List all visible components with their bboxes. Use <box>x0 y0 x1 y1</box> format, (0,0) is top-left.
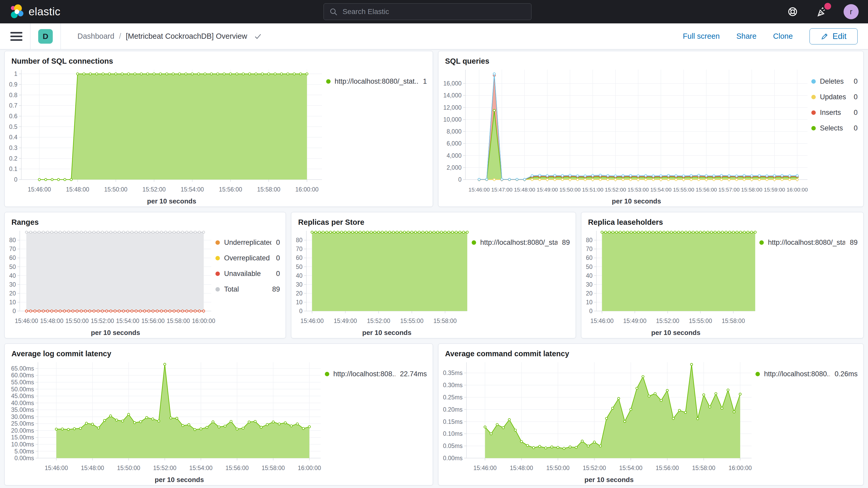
top-bar: elastic <box>0 0 868 23</box>
svg-text:per 10 seconds: per 10 seconds <box>584 476 633 484</box>
legend-value: 1 <box>418 77 427 86</box>
legend-color-dot <box>215 256 220 261</box>
search-icon <box>329 7 338 17</box>
chart-legend: Deletes0Updates0Inserts0Selects0 <box>811 66 863 207</box>
svg-text:15:54:00: 15:54:00 <box>116 317 140 324</box>
svg-text:15:58:00: 15:58:00 <box>722 317 745 324</box>
help-icon <box>787 6 799 18</box>
app-badge-letter: D <box>42 32 48 41</box>
svg-text:15:52:00: 15:52:00 <box>91 317 114 324</box>
chart-canvas-ranges[interactable]: 8070605040302010015:46:0015:48:0015:50:0… <box>5 227 215 338</box>
svg-text:0.00ms: 0.00ms <box>443 455 462 461</box>
legend-item[interactable]: Inserts0 <box>811 108 858 117</box>
svg-text:15:48:00: 15:48:00 <box>81 465 104 471</box>
chart-legend: http://localhost:808...22.74ms <box>325 359 433 485</box>
svg-text:per 10 seconds: per 10 seconds <box>612 197 661 205</box>
panel-ranges: Ranges 8070605040302010015:46:0015:48:00… <box>4 212 286 338</box>
svg-text:15:52:00: 15:52:00 <box>367 317 390 324</box>
svg-text:15:46:00: 15:46:00 <box>590 317 614 324</box>
chart-canvas-leaseholders[interactable]: 8070605040302010015:46:0015:49:0015:52:0… <box>581 227 760 338</box>
svg-text:0.15ms: 0.15ms <box>443 418 462 425</box>
chart-legend: Underreplicated0Overreplicated0Unavailab… <box>215 227 286 338</box>
svg-text:15:55:00: 15:55:00 <box>400 317 424 324</box>
legend-item[interactable]: Underreplicated0 <box>215 238 280 247</box>
chart-canvas-sql-connections[interactable]: 10.90.80.70.60.50.40.30.20.1015:46:0015:… <box>5 66 326 207</box>
svg-text:45.00ms: 45.00ms <box>11 393 34 399</box>
user-avatar[interactable]: r <box>844 4 859 19</box>
panel-title: Replica leaseholders <box>581 212 863 227</box>
legend-item[interactable]: Selects0 <box>811 124 858 132</box>
legend-item[interactable]: Updates0 <box>811 92 858 101</box>
legend-item[interactable]: http://localhost:8080/_sta...89 <box>472 238 570 247</box>
breadcrumb-dashboard-link[interactable]: Dashboard <box>78 32 114 40</box>
svg-text:15:57:00: 15:57:00 <box>718 187 740 192</box>
breadcrumb: Dashboard / [Metricbeat CockroachDB] Ove… <box>78 32 262 41</box>
svg-text:10: 10 <box>296 299 303 306</box>
newsfeed-button[interactable] <box>814 4 829 19</box>
help-button[interactable] <box>785 4 800 19</box>
svg-text:4,000: 4,000 <box>446 152 462 159</box>
legend-item[interactable]: http://localhost:8080/_stat...1 <box>326 77 427 86</box>
svg-text:20: 20 <box>296 290 303 297</box>
chart-canvas-replicas[interactable]: 8070605040302010015:46:0015:49:0015:52:0… <box>291 227 471 338</box>
legend-label: Overreplicated <box>224 254 270 263</box>
legend-item[interactable]: http://localhost:8080/_sta...89 <box>760 238 858 247</box>
svg-text:50.00ms: 50.00ms <box>11 386 34 393</box>
dashboard-app-badge[interactable]: D <box>38 29 53 44</box>
svg-text:15:56:00: 15:56:00 <box>655 465 679 471</box>
svg-text:0.25ms: 0.25ms <box>443 394 462 401</box>
svg-text:per 10 seconds: per 10 seconds <box>651 329 701 336</box>
legend-item[interactable]: Deletes0 <box>811 77 858 86</box>
chart-canvas-sql-queries[interactable]: 16,00014,00012,00010,0008,0006,0004,0002… <box>438 66 812 207</box>
svg-text:16:00:00: 16:00:00 <box>728 465 752 471</box>
menu-button[interactable] <box>10 32 22 41</box>
dashboard-content: Number of SQL connections 10.90.80.70.60… <box>0 49 868 485</box>
title-check-icon[interactable] <box>253 32 262 41</box>
svg-text:15:50:00: 15:50:00 <box>117 465 140 471</box>
legend-value: 0 <box>271 269 280 278</box>
legend-value: 0 <box>849 77 858 86</box>
global-search-input[interactable] <box>323 3 531 20</box>
svg-text:70: 70 <box>9 246 16 252</box>
legend-label: http://localhost:8080/_sta... <box>480 238 557 247</box>
svg-text:15:50:00: 15:50:00 <box>546 465 570 471</box>
full-screen-link[interactable]: Full screen <box>683 32 720 40</box>
global-search <box>323 3 531 20</box>
svg-text:16:00:00: 16:00:00 <box>298 465 321 471</box>
svg-text:6,000: 6,000 <box>446 140 462 147</box>
svg-text:50: 50 <box>9 264 16 270</box>
svg-text:15:46:00: 15:46:00 <box>473 465 497 471</box>
svg-text:40.00ms: 40.00ms <box>11 400 34 406</box>
svg-text:25.00ms: 25.00ms <box>11 420 34 427</box>
legend-item[interactable]: http://localhost:808...22.74ms <box>325 369 427 378</box>
legend-color-dot <box>326 79 331 84</box>
panel-title: Number of SQL connections <box>5 51 433 66</box>
svg-text:15:46:00: 15:46:00 <box>301 317 324 324</box>
svg-text:15:59:00: 15:59:00 <box>764 187 785 192</box>
legend-item[interactable]: http://localhost:8080...0.26ms <box>755 369 858 378</box>
svg-text:15:49:00: 15:49:00 <box>623 317 647 324</box>
svg-text:0: 0 <box>12 308 16 314</box>
svg-text:15:46:00: 15:46:00 <box>28 186 51 193</box>
edit-button[interactable]: Edit <box>809 28 858 44</box>
share-link[interactable]: Share <box>736 32 756 40</box>
svg-text:15:55:00: 15:55:00 <box>673 187 694 192</box>
legend-item[interactable]: Total89 <box>215 285 280 294</box>
svg-text:0.05ms: 0.05ms <box>443 443 462 449</box>
svg-text:15:52:00: 15:52:00 <box>153 465 177 471</box>
clone-link[interactable]: Clone <box>773 32 793 40</box>
svg-text:80: 80 <box>586 237 592 243</box>
chart-canvas-log-latency[interactable]: 65.00ms60.00ms55.00ms50.00ms45.00ms40.00… <box>5 359 325 485</box>
legend-item[interactable]: Overreplicated0 <box>215 254 280 263</box>
legend-label: http://localhost:8080... <box>764 369 830 378</box>
legend-item[interactable]: Unavailable0 <box>215 269 280 278</box>
legend-color-dot <box>472 240 476 245</box>
elastic-brand[interactable]: elastic <box>9 4 61 19</box>
legend-value: 0 <box>271 238 280 247</box>
avatar-letter: r <box>850 7 852 16</box>
chart-legend: http://localhost:8080...0.26ms <box>755 359 863 485</box>
legend-color-dot <box>811 126 816 130</box>
svg-text:15:56:00: 15:56:00 <box>225 465 249 471</box>
chart-canvas-command-latency[interactable]: 0.35ms0.30ms0.25ms0.20ms0.15ms0.10ms0.05… <box>438 359 756 485</box>
svg-text:15:47:00: 15:47:00 <box>491 187 513 192</box>
